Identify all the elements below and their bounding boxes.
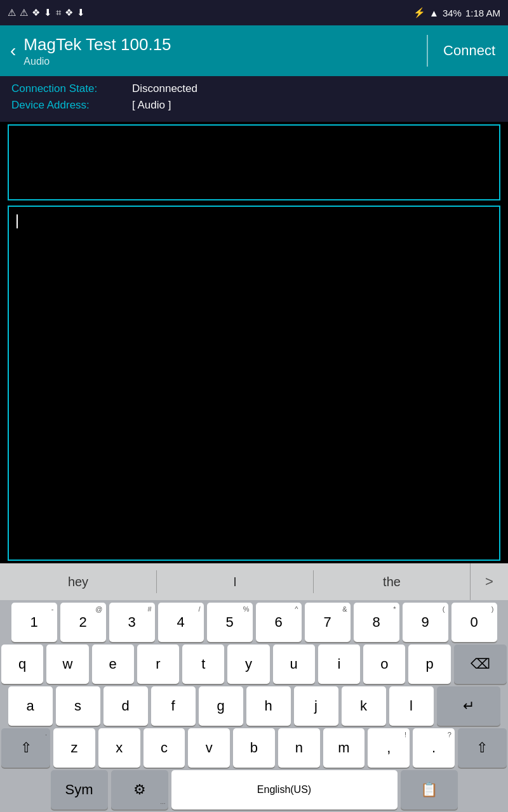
key-backspace[interactable]: ⌫ xyxy=(454,645,507,684)
more-suggestions-button[interactable]: > xyxy=(470,563,508,600)
device-label: Device Address: xyxy=(11,99,132,112)
suggestion-the[interactable]: the xyxy=(314,563,470,600)
key-e[interactable]: e xyxy=(92,645,134,684)
key-c[interactable]: c xyxy=(144,728,185,768)
asdf-row: a s d f g h j k l ↵ xyxy=(1,686,507,726)
time-display: 1:18 AM xyxy=(465,8,500,18)
key-comma[interactable]: ,! xyxy=(368,728,410,768)
key-settings[interactable]: ⚙··· xyxy=(111,770,168,809)
key-i[interactable]: i xyxy=(318,645,360,684)
key-x[interactable]: x xyxy=(98,728,140,768)
bottom-row: Sym ⚙··· English(US) 📋 xyxy=(1,770,507,809)
key-p[interactable]: p xyxy=(408,645,450,684)
connection-label: Connection State: xyxy=(11,82,132,95)
key-l[interactable]: l xyxy=(389,686,434,726)
key-2[interactable]: @2 xyxy=(60,603,106,642)
key-3[interactable]: #3 xyxy=(109,603,155,642)
cloud-icon: ❖ xyxy=(65,7,73,18)
suggestions-bar: hey I the > xyxy=(0,563,508,600)
app-subtitle: Audio xyxy=(23,56,419,67)
system-icons: ⚡ ▲ 34% 1:18 AM xyxy=(413,7,500,18)
warning-icon-1: ⚠ xyxy=(8,7,16,18)
key-shift-left[interactable]: ⇧· xyxy=(1,728,50,768)
display-area xyxy=(8,124,500,200)
status-bar: ⚠ ⚠ ❖ ⬇ ⌗ ❖ ⬇ ⚡ ▲ 34% 1:18 AM xyxy=(0,0,508,25)
key-h[interactable]: h xyxy=(246,686,291,726)
key-f[interactable]: f xyxy=(151,686,196,726)
suggestion-hey[interactable]: hey xyxy=(0,563,156,600)
info-area: Connection State: Disconnected Device Ad… xyxy=(0,76,508,122)
device-value: [ Audio ] xyxy=(132,99,171,112)
number-row: -1 @2 #3 /4 %5 ^6 &7 *8 (9 )0 xyxy=(1,603,507,642)
connection-value: Disconnected xyxy=(132,82,197,95)
key-clipboard[interactable]: 📋 xyxy=(401,770,458,809)
connect-button[interactable]: Connect xyxy=(436,37,503,64)
key-1[interactable]: -1 xyxy=(11,603,57,642)
key-space[interactable]: English(US) xyxy=(171,770,398,809)
key-y[interactable]: y xyxy=(227,645,269,684)
connection-state-row: Connection State: Disconnected xyxy=(11,82,497,95)
usb-icon: ⌗ xyxy=(56,7,61,18)
key-period[interactable]: .? xyxy=(413,728,455,768)
wifi-icon: ▲ xyxy=(429,8,439,18)
key-s[interactable]: s xyxy=(56,686,100,726)
input-area[interactable] xyxy=(8,206,500,561)
zxcv-row: ⇧· z x c v b n m ,! .? ⇧ xyxy=(1,728,507,768)
key-5[interactable]: %5 xyxy=(207,603,253,642)
bluetooth-icon: ⚡ xyxy=(413,7,425,18)
key-enter[interactable]: ↵ xyxy=(437,686,500,726)
key-sym[interactable]: Sym xyxy=(51,770,108,809)
key-o[interactable]: o xyxy=(363,645,405,684)
key-z[interactable]: z xyxy=(53,728,95,768)
key-q[interactable]: q xyxy=(1,645,43,684)
title-area: MagTek Test 100.15 Audio xyxy=(23,35,419,67)
key-8[interactable]: *8 xyxy=(354,603,399,642)
key-d[interactable]: d xyxy=(104,686,148,726)
key-t[interactable]: t xyxy=(182,645,224,684)
key-r[interactable]: r xyxy=(137,645,179,684)
download-icon-1: ⬇ xyxy=(44,7,52,18)
key-4[interactable]: /4 xyxy=(158,603,204,642)
key-w[interactable]: w xyxy=(46,645,88,684)
key-0[interactable]: )0 xyxy=(451,603,497,642)
key-u[interactable]: u xyxy=(273,645,315,684)
key-m[interactable]: m xyxy=(323,728,365,768)
warning-icon-2: ⚠ xyxy=(20,7,28,18)
download-icon-2: ⬇ xyxy=(77,7,85,18)
device-address-row: Device Address: [ Audio ] xyxy=(11,99,497,112)
suggestion-i[interactable]: I xyxy=(157,563,313,600)
key-a[interactable]: a xyxy=(8,686,53,726)
key-g[interactable]: g xyxy=(199,686,243,726)
key-7[interactable]: &7 xyxy=(305,603,351,642)
app-title: MagTek Test 100.15 xyxy=(23,35,419,55)
dropbox-icon: ❖ xyxy=(32,7,40,18)
back-button[interactable]: ‹ xyxy=(5,36,21,66)
key-b[interactable]: b xyxy=(233,728,275,768)
key-v[interactable]: v xyxy=(188,728,230,768)
key-9[interactable]: (9 xyxy=(403,603,448,642)
key-n[interactable]: n xyxy=(278,728,320,768)
key-k[interactable]: k xyxy=(342,686,386,726)
key-shift-right[interactable]: ⇧ xyxy=(458,728,507,768)
action-bar: ‹ MagTek Test 100.15 Audio Connect xyxy=(0,25,508,76)
key-j[interactable]: j xyxy=(294,686,338,726)
key-6[interactable]: ^6 xyxy=(256,603,302,642)
battery-text: 34% xyxy=(443,8,462,18)
notification-icons: ⚠ ⚠ ❖ ⬇ ⌗ ❖ ⬇ xyxy=(8,7,85,18)
text-cursor xyxy=(17,214,18,228)
qwerty-row: q w e r t y u i o p ⌫ xyxy=(1,645,507,684)
keyboard: -1 @2 #3 /4 %5 ^6 &7 *8 (9 )0 q w e r t … xyxy=(0,600,508,812)
action-bar-divider xyxy=(427,35,428,67)
